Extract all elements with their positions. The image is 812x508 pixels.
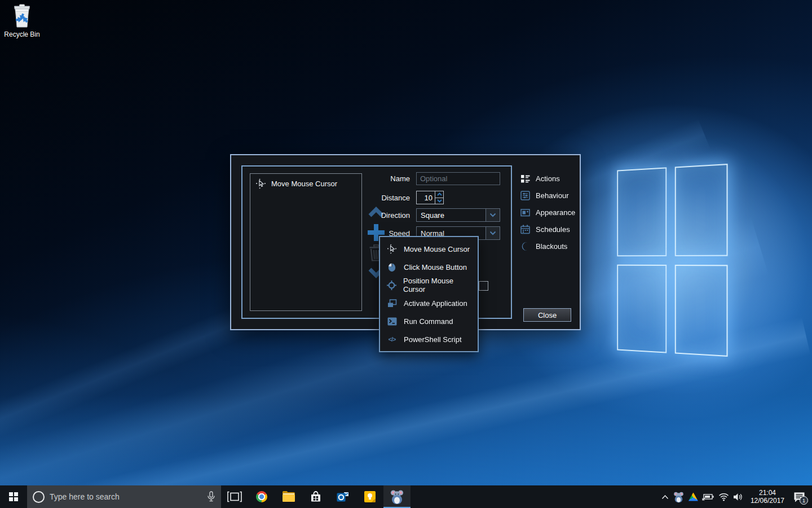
windows-logo-pane bbox=[674, 265, 727, 357]
tray-wifi-icon[interactable] bbox=[718, 493, 729, 501]
desktop: Recycle Bin Move Mouse Cursor bbox=[0, 0, 812, 508]
spinner-up-icon bbox=[437, 192, 442, 196]
nav-label: Behaviour bbox=[536, 191, 569, 200]
move-mouse-cursor-icon bbox=[255, 178, 266, 189]
schedules-icon bbox=[520, 225, 530, 234]
menu-item-label: Move Mouse Cursor bbox=[404, 245, 470, 253]
tray-battery-icon[interactable] bbox=[702, 493, 714, 501]
nav-item-schedules[interactable]: Schedules bbox=[520, 221, 576, 238]
menu-item-position-mouse-cursor[interactable]: Position Mouse Cursor bbox=[380, 276, 478, 294]
behaviour-icon bbox=[520, 191, 530, 200]
menu-item-label: Activate Application bbox=[404, 299, 467, 308]
microphone-icon[interactable] bbox=[207, 491, 215, 502]
action-list-item[interactable]: Move Mouse Cursor bbox=[250, 174, 361, 194]
mouse-icon bbox=[387, 262, 397, 272]
distance-increment-button[interactable] bbox=[435, 191, 443, 198]
action-listbox[interactable]: Move Mouse Cursor bbox=[250, 173, 362, 311]
nav-item-blackouts[interactable]: Blackouts bbox=[520, 238, 576, 255]
action-item-label: Move Mouse Cursor bbox=[271, 179, 337, 188]
distance-value: 10 bbox=[417, 191, 435, 204]
actions-icon bbox=[520, 174, 530, 183]
speed-dropdown-button[interactable] bbox=[486, 227, 500, 239]
search-placeholder: Type here to search bbox=[50, 492, 202, 501]
blackouts-moon-icon bbox=[520, 242, 530, 251]
window-nav: Actions Behaviour bbox=[520, 170, 576, 255]
terminal-icon bbox=[387, 317, 397, 326]
menu-item-label: Run Command bbox=[404, 317, 453, 326]
menu-item-run-command[interactable]: Run Command bbox=[380, 312, 478, 330]
spinner-down-icon bbox=[437, 199, 442, 203]
appearance-icon bbox=[520, 208, 530, 217]
taskbar-outlook-button[interactable] bbox=[329, 485, 356, 508]
task-view-icon bbox=[227, 491, 242, 502]
taskbar-search[interactable]: Type here to search bbox=[27, 485, 221, 508]
nav-item-appearance[interactable]: Appearance bbox=[520, 204, 576, 221]
menu-item-move-mouse-cursor[interactable]: Move Mouse Cursor bbox=[380, 240, 478, 258]
nav-item-actions[interactable]: Actions bbox=[520, 170, 576, 187]
option-checkbox[interactable] bbox=[479, 281, 488, 291]
menu-item-label: PowerShell Script bbox=[404, 335, 462, 344]
wallpaper-beam bbox=[0, 395, 812, 485]
windows-logo-wallpaper bbox=[617, 164, 727, 357]
code-icon: </> bbox=[387, 336, 397, 343]
cortana-icon bbox=[33, 491, 45, 503]
windows-logo-pane bbox=[674, 164, 727, 256]
nav-label: Blackouts bbox=[536, 242, 567, 251]
tray-move-mouse-icon[interactable] bbox=[673, 491, 685, 503]
name-label: Name bbox=[353, 174, 416, 183]
taskbar-move-mouse-button[interactable] bbox=[383, 485, 411, 508]
taskbar: Type here to search bbox=[0, 485, 812, 508]
taskbar-empty-area bbox=[411, 485, 658, 508]
menu-item-activate-application[interactable]: Activate Application bbox=[380, 294, 478, 312]
name-input[interactable] bbox=[416, 172, 500, 185]
nav-label: Actions bbox=[536, 174, 560, 183]
direction-value: Square bbox=[417, 209, 486, 221]
task-view-button[interactable] bbox=[221, 485, 248, 508]
clock-date: 12/06/2017 bbox=[751, 497, 784, 505]
notification-badge: 1 bbox=[800, 496, 808, 505]
direction-select[interactable]: Square bbox=[416, 208, 500, 222]
tray-expand-chevron-icon[interactable] bbox=[661, 494, 669, 500]
nav-label: Appearance bbox=[536, 208, 575, 217]
distance-stepper[interactable]: 10 bbox=[416, 191, 444, 204]
taskbar-keep-button[interactable] bbox=[356, 485, 383, 508]
windows-logo-pane bbox=[617, 167, 666, 256]
windows-start-icon bbox=[9, 492, 19, 502]
tray-volume-icon[interactable] bbox=[733, 493, 743, 501]
add-action-menu: Move Mouse Cursor Click Mouse Button bbox=[379, 236, 479, 352]
direction-dropdown-button[interactable] bbox=[486, 209, 500, 221]
recycle-bin-label: Recycle Bin bbox=[1, 30, 43, 38]
distance-decrement-button[interactable] bbox=[435, 198, 443, 204]
menu-item-label: Click Mouse Button bbox=[404, 263, 467, 271]
action-center-button[interactable]: 1 bbox=[792, 490, 806, 503]
recycle-bin-icon bbox=[8, 2, 36, 29]
tray-drive-icon[interactable] bbox=[689, 493, 698, 501]
close-button[interactable]: Close bbox=[523, 308, 571, 322]
start-button[interactable] bbox=[0, 485, 27, 508]
menu-item-powershell-script[interactable]: </> PowerShell Script bbox=[380, 330, 478, 348]
move-mouse-app-icon bbox=[389, 489, 405, 505]
distance-label: Distance bbox=[353, 194, 416, 202]
recycle-bin-shortcut[interactable]: Recycle Bin bbox=[1, 2, 43, 38]
taskbar-store-button[interactable] bbox=[302, 485, 329, 508]
direction-label: Direction bbox=[353, 211, 416, 220]
chrome-icon bbox=[256, 491, 267, 502]
system-tray: 21:04 12/06/2017 1 bbox=[658, 485, 812, 508]
keep-notes-icon bbox=[364, 491, 376, 502]
taskbar-clock[interactable]: 21:04 12/06/2017 bbox=[747, 489, 788, 505]
outlook-icon bbox=[337, 491, 349, 502]
menu-item-label: Position Mouse Cursor bbox=[403, 277, 471, 294]
windows-logo-glow bbox=[555, 135, 809, 395]
target-icon bbox=[387, 281, 396, 290]
menu-item-click-mouse-button[interactable]: Click Mouse Button bbox=[380, 258, 478, 276]
chevron-down-icon bbox=[489, 231, 496, 235]
file-explorer-icon bbox=[283, 492, 295, 502]
microsoft-store-icon bbox=[310, 491, 321, 502]
taskbar-chrome-button[interactable] bbox=[248, 485, 275, 508]
taskbar-explorer-button[interactable] bbox=[275, 485, 302, 508]
nav-label: Schedules bbox=[536, 225, 570, 234]
nav-item-behaviour[interactable]: Behaviour bbox=[520, 187, 576, 204]
chevron-down-icon bbox=[489, 213, 496, 217]
windows-app-icon bbox=[387, 299, 397, 308]
windows-logo-pane bbox=[617, 264, 666, 353]
